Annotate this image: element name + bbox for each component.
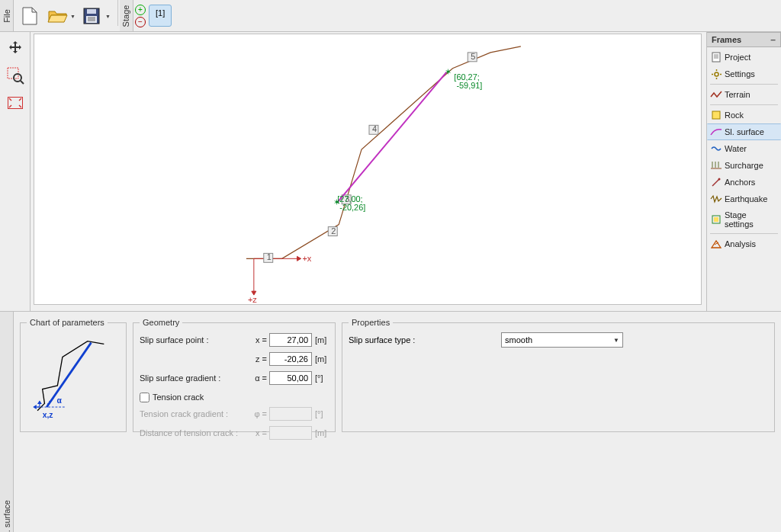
dtc-label: Distance of tension crack :: [140, 428, 251, 437]
dtc-input: [269, 426, 312, 440]
nav-analysis[interactable]: Analysis: [707, 236, 781, 252]
slip-gradient-input[interactable]: [269, 371, 312, 385]
bottom-side-label: Sl. surface: [0, 312, 14, 532]
svg-text:✶: ✶: [445, 67, 452, 76]
nav-terrain[interactable]: Terrain: [707, 86, 781, 103]
remove-stage-button[interactable]: −: [135, 17, 146, 27]
zoom-marquee-icon: [7, 67, 24, 84]
open-file-button[interactable]: ▼: [44, 3, 78, 29]
floppy-icon: [83, 8, 100, 24]
axis-z-label: +z: [248, 295, 257, 304]
zoom-select-tool[interactable]: [4, 64, 27, 87]
page-icon: [21, 6, 38, 26]
svg-rect-42: [712, 111, 720, 119]
geometry-panel: Geometry Slip surface point : x = [m] z …: [133, 318, 336, 432]
nav-project[interactable]: Project: [707, 49, 781, 66]
stage-tab-1[interactable]: [1]: [149, 5, 172, 27]
top-toolbar: File ▼ ▼ Stage + − [1]: [0, 0, 781, 32]
stage-group-label: Stage: [120, 0, 133, 31]
properties-panel: Properties Slip surface type : smooth▼: [342, 318, 775, 432]
dropdown-caret-icon: ▼: [105, 13, 111, 18]
slip-point-label: Slip surface point :: [140, 335, 251, 345]
water-icon: [711, 143, 722, 154]
earthquake-icon: [711, 194, 722, 204]
axes: [252, 256, 301, 295]
fit-extents-icon: [8, 97, 23, 109]
svg-text:1: 1: [267, 252, 272, 261]
surface-type-select[interactable]: smooth▼: [501, 332, 623, 348]
nav-stage-settings[interactable]: Stage settings: [707, 207, 781, 232]
anchor-icon: [711, 177, 722, 187]
svg-text:x,z: x,z: [43, 411, 53, 419]
stage-settings-icon: [711, 214, 722, 225]
svg-text:4: 4: [372, 124, 377, 133]
rock-icon: [711, 110, 722, 120]
document-icon: [711, 52, 722, 62]
svg-line-47: [712, 179, 719, 186]
tcg-label: Tension crack gradient :: [140, 409, 251, 418]
slip-gradient-label: Slip surface gradient :: [140, 373, 251, 383]
save-file-button[interactable]: ▼: [79, 3, 113, 29]
fit-extents-tool[interactable]: [4, 91, 27, 114]
drawing-canvas[interactable]: +x +z 1 2 3 4 5 ✶ [60,27; -59,91] ✶ [27,…: [34, 34, 702, 305]
svg-rect-1: [87, 9, 96, 14]
folder-open-icon: [48, 8, 68, 24]
tcg-input: [269, 407, 312, 421]
properties-legend: Properties: [349, 318, 393, 327]
dropdown-caret-icon: ▼: [613, 337, 619, 344]
slip-surface-icon: [711, 127, 722, 137]
slip-surface-line: [337, 72, 446, 203]
svg-text:5: 5: [471, 52, 475, 61]
point-label-upper: [60,27; -59,91]: [454, 72, 482, 90]
axis-x-label: +x: [302, 254, 311, 263]
nav-earthquake[interactable]: Earthquake: [707, 191, 781, 207]
move-arrows-icon: [8, 40, 23, 56]
nav-settings[interactable]: Settings: [707, 66, 781, 82]
svg-text:2: 2: [331, 226, 336, 236]
surcharge-icon: [711, 160, 722, 171]
terrain-icon: [711, 89, 722, 100]
file-group-label: File: [0, 0, 14, 31]
bottom-panel: Sl. surface Chart of parameters α x,z Ge…: [0, 311, 781, 532]
slip-point-x-input[interactable]: [269, 333, 312, 347]
svg-rect-6: [8, 68, 18, 79]
chart-slip-line: [47, 343, 91, 407]
svg-line-8: [21, 81, 24, 84]
nav-anchors[interactable]: Anchors: [707, 174, 781, 191]
svg-rect-33: [712, 53, 720, 62]
minimize-icon[interactable]: –: [770, 34, 776, 45]
chart-terrain-line: [37, 341, 104, 411]
nav-water[interactable]: Water: [707, 140, 781, 157]
frames-list: Project Settings Terrain Rock Sl. surfac…: [707, 47, 781, 254]
svg-point-37: [715, 72, 718, 76]
dropdown-caret-icon: ▼: [70, 13, 76, 18]
svg-text:α: α: [56, 396, 62, 405]
chart-legend: Chart of parameters: [27, 318, 108, 327]
add-stage-button[interactable]: +: [135, 5, 146, 15]
svg-point-48: [718, 178, 721, 181]
analysis-icon: [711, 239, 722, 249]
gear-icon: [711, 69, 722, 79]
geometry-legend: Geometry: [140, 318, 182, 327]
surface-type-label: Slip surface type :: [349, 335, 501, 345]
frames-header: Frames–: [707, 32, 781, 47]
terrain-line: [246, 46, 521, 258]
nav-surcharge[interactable]: Surcharge: [707, 157, 781, 174]
pan-tool[interactable]: [4, 37, 27, 59]
tension-crack-label: Tension crack: [153, 393, 204, 402]
tension-crack-checkbox[interactable]: [140, 393, 149, 402]
chart-of-parameters: Chart of parameters α x,z: [20, 318, 127, 432]
point-label-lower: [27,00; -20,26]: [337, 194, 365, 212]
new-file-button[interactable]: [17, 3, 43, 29]
nav-sl-surface[interactable]: Sl. surface: [707, 123, 781, 140]
nav-rock[interactable]: Rock: [707, 107, 781, 123]
svg-rect-50: [714, 217, 718, 222]
svg-point-7: [14, 74, 21, 82]
slip-point-z-input[interactable]: [269, 352, 312, 366]
